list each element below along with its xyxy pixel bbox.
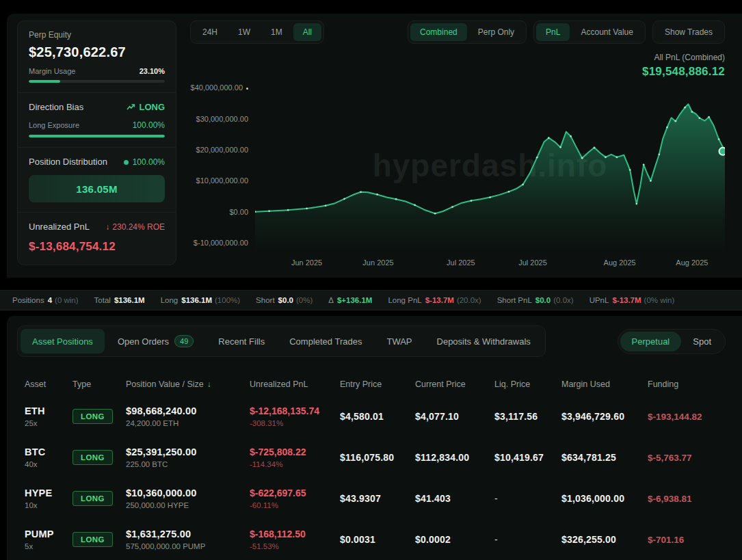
y-tick-label: $-10,000,000.00 <box>194 239 248 247</box>
cell-primary: BTC <box>25 446 72 457</box>
summary-item-suffix: (0%) <box>296 296 313 304</box>
x-tick-label: Jul 2025 <box>447 258 475 267</box>
cell-secondary: 10x <box>25 501 72 509</box>
current-price-cell: $41.403 <box>415 492 494 505</box>
table-body: ETH25xLONG$98,668,240.0024,200.00 ETH$-1… <box>25 396 726 560</box>
cell-primary: $10,360,000.00 <box>126 488 250 498</box>
unrealized-pnl-value: $-13,684,754.12 <box>29 240 165 254</box>
column-header-type[interactable]: Type <box>72 379 126 389</box>
cell-primary: HYPE <box>25 488 72 498</box>
summary-item: Long PnL$-13.7M(20.0x) <box>388 296 481 304</box>
column-header-current-price[interactable]: Current Price <box>415 379 494 389</box>
range-all[interactable]: All <box>293 23 321 41</box>
column-header-funding[interactable]: Funding <box>648 379 726 389</box>
all-pnl-summary: All PnL (Combined) $19,548,886.12 <box>190 53 725 79</box>
table-row-eth[interactable]: ETH25xLONG$98,668,240.0024,200.00 ETH$-1… <box>25 396 726 437</box>
perp-equity-label: Perp Equity <box>29 30 165 40</box>
tab-twap[interactable]: TWAP <box>375 329 423 354</box>
summary-item: Total$136.1M <box>94 296 145 304</box>
direction-bias-badge: LONG <box>127 102 165 112</box>
current-price-value: $0.0002 <box>415 534 451 545</box>
summary-item-value: 4 <box>48 296 52 304</box>
unrealized-pnl-cell: $-168,112.50-51.53% <box>250 529 340 550</box>
margin-used-value: $1,036,000.00 <box>561 493 624 504</box>
tab-completed-trades[interactable]: Completed Trades <box>278 329 373 354</box>
funding-cell: $-5,763.77 <box>648 451 726 464</box>
perp-equity-section: Perp Equity $25,730,622.67 Margin Usage … <box>18 21 176 92</box>
summary-item-suffix: (0% win) <box>644 296 675 304</box>
column-header-liq-price[interactable]: Liq. Price <box>494 379 561 389</box>
x-tick-label: Jun 2025 <box>291 258 322 267</box>
type-cell: LONG <box>72 491 126 506</box>
position-distribution-value: 136.05M <box>76 183 117 195</box>
column-header-margin-used[interactable]: Margin Used <box>561 379 648 389</box>
table-row-hype[interactable]: HYPE10xLONG$10,360,000.00250,000.00 HYPE… <box>25 478 726 519</box>
cell-primary: $25,391,250.00 <box>126 446 250 457</box>
chart-area: $40,000,000.00$30,000,000.00$20,000,000.… <box>190 81 725 252</box>
summary-item-value: $-13.7M <box>425 296 454 304</box>
summary-item-suffix: (100%) <box>215 296 240 304</box>
column-header-position-value-size[interactable]: Position Value / Size↓ <box>126 379 250 389</box>
column-header-entry-price[interactable]: Entry Price <box>340 379 415 389</box>
column-header-asset[interactable]: Asset <box>25 379 72 389</box>
y-axis: $40,000,000.00$30,000,000.00$20,000,000.… <box>190 81 255 252</box>
x-axis: Jun 2025Jun 2025Jul 2025Jul 2025Aug 2025… <box>255 252 725 270</box>
funding-value: $-6,938.81 <box>648 494 692 504</box>
tab-deposits-withdrawals[interactable]: Deposits & Withdrawals <box>425 329 542 354</box>
liq-price-value: $10,419.67 <box>494 452 544 463</box>
metric-pnl[interactable]: PnL <box>536 23 570 41</box>
market-perpetual[interactable]: Perpetual <box>620 332 682 351</box>
unrealized-pnl-section: Unrealized PnL ↓ 230.24% ROE $-13,684,75… <box>18 212 176 263</box>
tab-asset-positions[interactable]: Asset Positions <box>21 329 105 354</box>
cell-secondary: 25x <box>25 419 72 427</box>
liq-price-value: - <box>494 493 498 504</box>
cell-secondary: -51.53% <box>250 542 340 550</box>
funding-cell: $-193,144.82 <box>648 410 726 423</box>
mode-combined[interactable]: Combined <box>410 23 467 41</box>
entry-price-value: $4,580.01 <box>340 411 384 422</box>
sort-arrow-icon: ↓ <box>207 379 211 389</box>
cell-secondary: -114.34% <box>250 460 340 468</box>
position-distribution-bar[interactable]: 136.05M <box>29 175 165 202</box>
liq-price-cell: $3,117.56 <box>494 410 561 423</box>
type-badge: LONG <box>72 409 113 424</box>
chart-end-dot <box>719 148 725 155</box>
range-24h[interactable]: 24H <box>193 23 227 41</box>
position-distribution-section: Position Distribution 100.00% 136.05M <box>18 147 176 212</box>
type-cell: LONG <box>72 532 126 547</box>
market-spot[interactable]: Spot <box>681 332 723 351</box>
cell-secondary: -60.11% <box>250 501 340 509</box>
cell-primary: $-622,697.65 <box>250 488 340 498</box>
column-header-unrealized-pnl[interactable]: Unrealized PnL <box>250 379 340 389</box>
tab-label: Open Orders <box>118 336 169 347</box>
tab-open-orders[interactable]: Open Orders49 <box>106 329 205 354</box>
tabs-row: Asset PositionsOpen Orders49Recent Fills… <box>17 325 726 357</box>
market-toggle: PerpetualSpot <box>618 329 726 354</box>
margin-used-value: $326,255.00 <box>561 534 616 545</box>
range-1m[interactable]: 1M <box>261 23 292 41</box>
entry-price-value: $43.9307 <box>340 493 381 504</box>
funding-value: $-193,144.82 <box>648 412 702 422</box>
range-1w[interactable]: 1W <box>228 23 260 41</box>
direction-bias-label: Direction Bias <box>29 102 83 112</box>
pnl-line-chart[interactable]: hyperdash.info <box>255 81 725 252</box>
cell-primary: $-12,168,135.74 <box>250 405 340 416</box>
table-row-btc[interactable]: BTC40xLONG$25,391,250.00225.00 BTC$-725,… <box>25 437 726 478</box>
all-pnl-label: All PnL (Combined) <box>190 53 725 62</box>
mode-perp-only[interactable]: Perp Only <box>468 23 524 41</box>
liq-price-value: $3,117.56 <box>494 411 538 422</box>
tab-recent-fills[interactable]: Recent Fills <box>207 329 276 354</box>
summary-item-value: $136.1M <box>181 296 212 304</box>
tab-label: Recent Fills <box>218 336 265 347</box>
show-trades-button[interactable]: Show Trades <box>655 23 722 41</box>
current-price-value: $4,077.10 <box>415 411 459 422</box>
summary-item-value: $136.1M <box>114 296 145 304</box>
margin-used-cell: $3,946,729.60 <box>561 410 648 423</box>
metric-account-value[interactable]: Account Value <box>571 23 643 41</box>
table-row-pump[interactable]: PUMP5xLONG$1,631,275.00575,000,000.00 PU… <box>25 519 726 560</box>
summary-item-label: Short <box>256 296 275 304</box>
cell-secondary: -308.31% <box>250 419 340 427</box>
position-value-cell: $98,668,240.0024,200.00 ETH <box>126 405 250 427</box>
margin-used-value: $634,781.25 <box>561 452 616 463</box>
all-pnl-value: $19,548,886.12 <box>190 65 725 79</box>
